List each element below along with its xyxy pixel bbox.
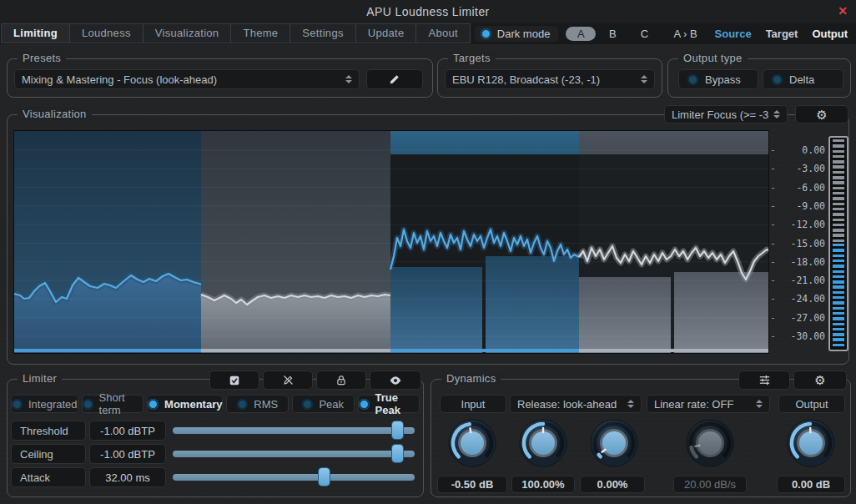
tab-loudness[interactable]: Loudness (69, 23, 144, 43)
metric-toggle-row: IntegratedShort termMomentaryRMSPeakTrue… (11, 395, 420, 413)
tab-theme[interactable]: Theme (230, 23, 290, 43)
monitor-output-button[interactable]: Output (808, 28, 851, 40)
linear-rate-select-value: Linear rate: OFF (654, 398, 751, 411)
threshold-slider[interactable] (173, 421, 415, 441)
dynamics-knob-3[interactable] (587, 416, 641, 470)
lock-button[interactable] (316, 370, 366, 390)
lock-icon (335, 375, 347, 386)
visualization-group: Visualization Limiter Focus (>= -30) ⚙ -… (7, 114, 849, 365)
threshold-label: Threshold (11, 421, 86, 441)
metric-short-term-toggle[interactable]: Short term (82, 395, 144, 413)
knob-value-5[interactable]: 0.00 dB (777, 476, 845, 493)
db-scale-label: --6.00 (770, 182, 825, 194)
linear-rate-select[interactable]: Linear rate: OFF (647, 395, 770, 413)
attack-slider[interactable] (173, 467, 415, 487)
slider-handle[interactable] (392, 445, 403, 462)
output-type-bypass-toggle[interactable]: Bypass (678, 69, 758, 89)
meter-gray-segments (833, 139, 844, 244)
output-type-delta-toggle[interactable]: Delta (763, 69, 843, 89)
visualization-plot[interactable] (14, 131, 768, 353)
attack-label: Attack (11, 467, 86, 487)
limiter-focus-select[interactable]: Limiter Focus (>= -30) (664, 105, 788, 123)
tab-bar: LimitingLoudnessVisualizationThemeSettin… (0, 23, 856, 44)
target-select-value: EBU R128, Broadcast (-23, -1) (452, 73, 636, 86)
metric-integrated-toggle[interactable]: Integrated (11, 395, 78, 413)
dynamics-tune-button[interactable] (738, 370, 790, 390)
knob-dial-icon (683, 416, 737, 470)
preset-slot-b[interactable]: B (597, 27, 627, 41)
dynamics-legend: Dynamics (441, 372, 501, 385)
tab-update[interactable]: Update (355, 23, 417, 43)
knob-dial-icon (784, 416, 838, 470)
attack-value[interactable]: 32.00 ms (89, 467, 166, 487)
tune-icon (758, 374, 771, 386)
db-scale: -0.00--3.00--6.00--9.00--12.00--15.00--1… (770, 131, 825, 353)
output-type-group: Output type BypassDelta (667, 58, 851, 98)
tab-visualization[interactable]: Visualization (143, 23, 232, 43)
dynamics-knob-5[interactable] (784, 416, 838, 470)
ceiling-slider[interactable] (173, 444, 415, 464)
knob-value-3[interactable]: 0.00% (580, 476, 645, 493)
preset-slot-c[interactable]: C (629, 27, 659, 41)
targets-legend: Targets (448, 52, 496, 64)
preset-slot-group: ABC (566, 27, 659, 41)
release-select[interactable]: Release: look-ahead (510, 395, 642, 413)
pencil-icon (389, 73, 400, 85)
edit-preset-button[interactable] (366, 69, 423, 89)
targets-group: Targets EBU R128, Broadcast (-23, -1) (437, 58, 662, 98)
target-select[interactable]: EBU R128, Broadcast (-23, -1) (445, 69, 655, 89)
metric-peak-toggle[interactable]: Peak (292, 395, 355, 413)
tab-about[interactable]: About (415, 23, 470, 43)
radio-dot-icon (12, 399, 23, 410)
limiter-focus-value: Limiter Focus (>= -30) (672, 108, 768, 121)
close-icon[interactable]: ✕ (838, 4, 848, 18)
monitor-target-button[interactable]: Target (763, 28, 802, 40)
threshold-value[interactable]: -1.00 dBTP (89, 421, 166, 441)
meter-blue-segments (833, 244, 844, 348)
dark-mode-toggle[interactable]: Dark mode (475, 26, 559, 42)
dynamics-knob-2[interactable] (516, 416, 570, 470)
output-type-legend: Output type (678, 52, 748, 64)
radio-dot-icon (237, 399, 248, 410)
updown-arrows-icon (756, 400, 763, 408)
slider-handle[interactable] (319, 468, 330, 486)
preset-slot-a[interactable]: A (566, 27, 596, 41)
edit-off-button[interactable] (263, 370, 313, 390)
tab-limiting[interactable]: Limiting (1, 23, 70, 43)
release-select-value: Release: look-ahead (517, 398, 622, 411)
preset-select[interactable]: Mixing & Mastering - Focus (look-ahead) (14, 69, 360, 89)
visualization-settings-button[interactable]: ⚙ (795, 105, 848, 123)
dynamics-settings-button[interactable]: ⚙ (793, 370, 847, 390)
knob-value-4[interactable]: 20.00 dB/s (673, 476, 747, 493)
preset-select-value: Mixing & Mastering - Focus (look-ahead) (22, 73, 340, 86)
metric-true-peak-toggle[interactable]: True Peak (358, 395, 420, 413)
title-bar: APU Loudness Limiter ✕ (0, 0, 856, 23)
ceiling-value[interactable]: -1.00 dBTP (89, 444, 166, 464)
limiter-enable-button[interactable] (209, 370, 259, 390)
monitor-source-button[interactable]: Source (712, 28, 755, 40)
eye-icon (389, 374, 402, 387)
presets-group: Presets Mixing & Mastering - Focus (look… (7, 58, 433, 98)
output-section-button[interactable]: Output (778, 395, 845, 413)
slider-handle[interactable] (392, 421, 403, 439)
ab-copy-button[interactable]: A › B (667, 28, 703, 40)
presets-legend: Presets (18, 52, 66, 64)
db-scale-label: --24.00 (770, 293, 825, 305)
updown-arrows-icon (345, 75, 352, 83)
ceiling-label: Ceiling (11, 444, 86, 464)
knob-value-2[interactable]: 100.00% (511, 476, 575, 493)
dynamics-knob-1[interactable] (446, 416, 499, 470)
updown-arrows-icon (627, 400, 634, 408)
tab-settings[interactable]: Settings (290, 23, 355, 43)
tab-list: LimitingLoudnessVisualizationThemeSettin… (2, 23, 471, 43)
threshold-row: Threshold -1.00 dBTP (8, 421, 423, 441)
knob-dial-icon (446, 416, 499, 470)
db-scale-label: --15.00 (770, 238, 825, 249)
gear-icon: ⚙ (814, 374, 825, 386)
metric-rms-toggle[interactable]: RMS (226, 395, 289, 413)
visibility-button[interactable] (370, 370, 421, 390)
knob-value-1[interactable]: -0.50 dB (437, 476, 507, 493)
input-section-button[interactable]: Input (440, 395, 506, 413)
metric-momentary-toggle[interactable]: Momentary (147, 395, 223, 413)
db-scale-label: --30.00 (770, 330, 825, 342)
